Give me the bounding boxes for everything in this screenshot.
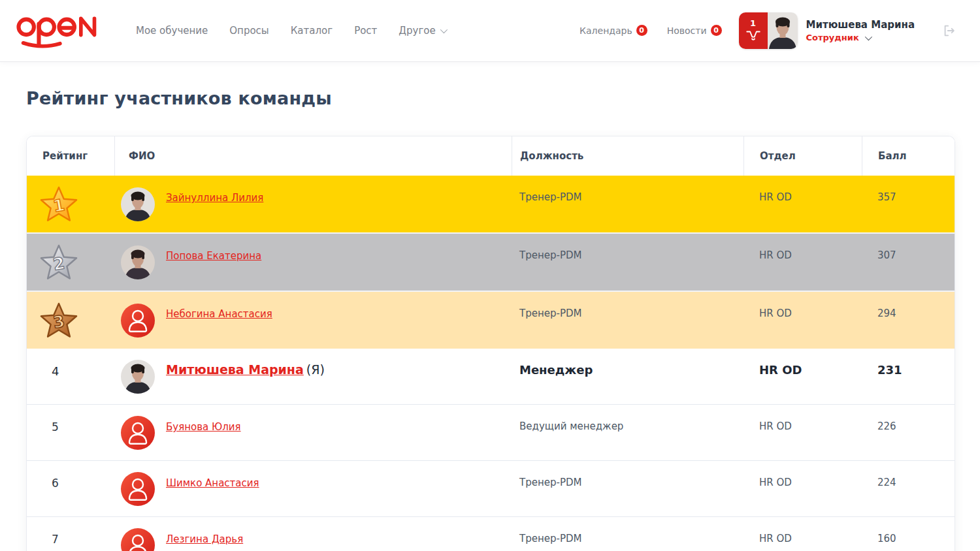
member-score: 231 [877,363,902,377]
table-row-rank-4: 4Митюшева Марина(Я)МенеджерHR OD231 [27,349,955,404]
member-name-link[interactable]: Буянова Юлия [166,421,241,433]
table-body: 1Зайнуллина ЛилияТренер-PDMHR OD3572Попо… [27,176,955,551]
user-avatar [768,12,798,49]
member-score: 357 [877,191,896,203]
default-avatar-icon [121,304,155,338]
member-score: 224 [877,477,896,488]
column-header-2: ФИО [114,136,512,176]
chevron-down-icon [865,33,872,40]
table-row-rank-3: 3Небогина АнастасияТренер-PDMHR OD294 [27,292,955,349]
nav-item-label: Рост [354,25,377,37]
nav-item-1[interactable]: Мое обучение [136,25,208,37]
nav-item-label: Каталог [291,25,333,37]
member-position: Тренер-PDM [519,533,581,544]
member-name-link[interactable]: Небогина Анастасия [166,308,272,320]
member-position: Ведущий менеджер [519,420,623,432]
main-nav: Мое обучениеОпросыКаталогРостДругое [136,25,446,37]
logo[interactable] [16,10,102,51]
member-position: Менеджер [519,363,593,377]
member-name-link[interactable]: Зайнуллина Лилия [166,192,263,204]
medal-star-silver-icon: 2 [40,244,78,281]
column-header-1: Рейтинг [27,136,114,176]
rank-number: 4 [27,349,114,378]
rank-number: 7 [27,517,114,546]
nav-item-4[interactable]: Рост [354,25,377,37]
user-photo-avatar [121,245,155,279]
rank-number: 6 [27,461,114,490]
column-header-5: Балл [862,136,955,176]
rating-table: РейтингФИОДолжностьОтделБалл 1Зайнуллина… [26,136,955,551]
chevron-down-icon [440,26,448,33]
nav-item-2[interactable]: Опросы [229,25,269,37]
member-department: HR OD [759,533,792,544]
table-row-rank-5: 5Буянова ЮлияВедущий менеджерHR OD226 [27,404,955,460]
member-name-link[interactable]: Попова Екатерина [166,250,261,262]
member-department: HR OD [759,249,792,261]
member-score: 294 [877,307,896,319]
user-photo-avatar [121,360,155,394]
logout-button[interactable] [942,24,956,38]
bell-icon [745,29,762,43]
nav-item-5[interactable]: Другое [399,25,445,37]
page-title: Рейтинг участников команды [26,88,954,108]
member-name-link[interactable]: Митюшева Марина [166,362,304,377]
medal-star-bronze-icon: 3 [40,302,78,339]
main-content: Рейтинг участников команды РейтингФИОДол… [0,88,980,551]
calendar-badge: 0 [636,25,647,36]
member-score: 160 [877,533,896,544]
member-department: HR OD [759,191,792,203]
user-menu[interactable]: Митюшева Марина Сотрудник [806,19,915,42]
member-score: 226 [877,420,896,432]
member-position: Тренер-PDM [519,249,581,261]
table-row-rank-7: 7Лезгина ДарьяТренер-PDMHR OD160 [27,516,955,551]
member-position: Тренер-PDM [519,477,581,488]
member-department: HR OD [759,363,802,377]
notification-count: 1 [750,19,756,28]
open-logo-icon [16,10,102,51]
user-role: Сотрудник [806,33,859,42]
user-name: Митюшева Марина [806,19,915,31]
table-row-rank-1: 1Зайнуллина ЛилияТренер-PDMHR OD357 [27,176,955,234]
table-row-rank-2: 2Попова ЕкатеринаТренер-PDMHR OD307 [27,234,955,292]
news-link[interactable]: Новости 0 [667,25,722,37]
member-department: HR OD [759,420,792,432]
top-header: Мое обучениеОпросыКаталогРостДругое Кале… [0,0,980,62]
header-right: Календарь 0 Новости 0 1 [580,12,956,49]
member-name-link[interactable]: Шимко Анастасия [166,477,259,489]
table-row-rank-6: 6Шимко АнастасияТренер-PDMHR OD224 [27,460,955,516]
calendar-link[interactable]: Календарь 0 [580,25,647,37]
news-label: Новости [667,25,707,36]
column-header-3: Должность [512,136,743,176]
me-marker: (Я) [306,362,325,377]
default-avatar-icon [121,472,155,506]
member-department: HR OD [759,307,792,319]
table-head: РейтингФИОДолжностьОтделБалл [27,136,955,176]
notification-counter: 1 [739,12,768,49]
user-photo-avatar [121,187,155,221]
logout-icon [942,24,956,38]
default-avatar-icon [121,528,155,551]
notifications-widget[interactable]: 1 [739,12,798,49]
default-avatar-icon [121,416,155,450]
member-department: HR OD [759,477,792,488]
member-score: 307 [877,249,896,261]
nav-item-label: Опросы [229,25,269,37]
member-name-link[interactable]: Лезгина Дарья [166,533,243,545]
nav-item-label: Другое [399,25,435,37]
medal-star-gold-icon: 1 [40,185,78,223]
news-badge: 0 [711,25,722,36]
rank-number: 5 [27,405,114,433]
nav-item-3[interactable]: Каталог [291,25,333,37]
nav-item-label: Мое обучение [136,25,208,37]
member-position: Тренер-PDM [519,307,581,319]
member-position: Тренер-PDM [519,191,581,203]
calendar-label: Календарь [580,25,632,36]
column-header-4: Отдел [743,136,862,176]
